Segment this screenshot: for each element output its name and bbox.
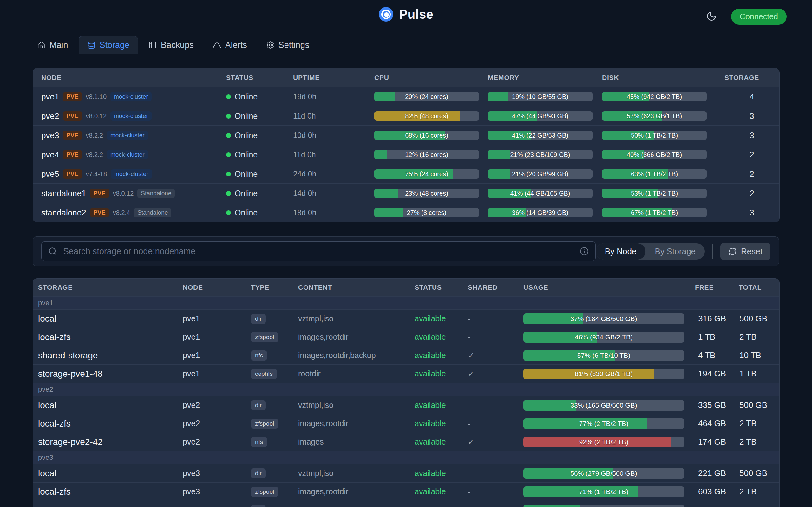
storage-status: available (415, 351, 468, 360)
node-row[interactable]: pve2PVEv8.0.12mock-clusterOnline11d 0h82… (33, 106, 779, 125)
memory-cell: 21% (20 GB/99 GB) (488, 169, 602, 179)
node-row[interactable]: standalone1PVEv8.0.12StandaloneOnline14d… (33, 183, 779, 203)
storage-table-body: pve1localpve1dirvztmpl,isoavailable-37% … (33, 296, 779, 507)
storage-content: vztmpl,iso (298, 314, 415, 323)
tab-alerts[interactable]: Alerts (204, 36, 256, 54)
type-badge: zfspool (251, 487, 278, 497)
pve-badge: PVE (63, 111, 82, 121)
node-name: standalone2 (41, 208, 86, 218)
storage-count: 2 (724, 188, 779, 199)
storage-row[interactable]: localpve2dirvztmpl,isoavailable-33% (165… (33, 396, 779, 414)
nodes-table: NODESTATUSUPTIMECPUMEMORYDISKSTORAGE pve… (33, 68, 780, 222)
column-header[interactable]: NODE (33, 74, 226, 81)
usage-bar: 68% (16 cores) (374, 130, 479, 140)
storage-name: local (33, 314, 183, 324)
storage-node: pve2 (183, 400, 251, 410)
column-header[interactable]: TYPE (251, 284, 298, 291)
cluster-badge: mock-cluster (110, 111, 152, 121)
total-value: 1 TB (739, 369, 779, 379)
usage-bar: 50% (1 TB/2 TB) (602, 130, 707, 140)
column-header[interactable]: MEMORY (488, 74, 602, 81)
search-input[interactable] (41, 241, 596, 261)
column-header[interactable]: FREE (695, 284, 739, 291)
storage-row[interactable]: storage-pve2-42pve2nfsimagesavailable✓92… (33, 433, 779, 451)
toggle-by-node[interactable]: By Node (596, 243, 646, 260)
storage-row[interactable]: localpve1dirvztmpl,isoavailable-37% (184… (33, 309, 779, 328)
node-row[interactable]: pve4PVEv8.2.2mock-clusterOnline11d 0h12%… (33, 145, 779, 164)
usage-bar-label: 82% (48 cores) (374, 111, 479, 121)
disk-cell: 40% (866 GB/2 TB) (602, 150, 724, 159)
storage-name: local-zfs (33, 332, 183, 342)
column-header[interactable]: USAGE (523, 284, 695, 291)
usage-bar: 82% (48 cores) (374, 111, 479, 121)
storage-node: pve1 (183, 369, 251, 378)
storage-row[interactable]: storage-pve1-48pve1cephfsrootdiravailabl… (33, 364, 779, 383)
cpu-cell: 27% (8 cores) (374, 208, 488, 217)
logo-dot (384, 12, 389, 17)
theme-toggle-button[interactable] (706, 11, 717, 21)
storage-row[interactable]: local-zfspve3zfspoolimages,rootdiravaila… (33, 482, 779, 501)
storage-row[interactable]: storage-pve3-20pve3dirbackupavailable-35… (33, 501, 779, 507)
usage-bar-label: 92% (2 TB/2 TB) (523, 437, 684, 447)
node-row[interactable]: pve5PVEv7.4-18mock-clusterOnline24d 0h75… (33, 164, 779, 183)
free-value: 603 GB (695, 487, 739, 497)
storage-row[interactable]: shared-storagepve1nfsimages,rootdir,back… (33, 346, 779, 364)
storage-group-header: pve2 (33, 383, 779, 396)
column-header[interactable]: SHARED (468, 284, 523, 291)
tab-storage[interactable]: Storage (79, 36, 138, 54)
memory-cell: 21% (23 GB/109 GB) (488, 150, 602, 159)
column-header[interactable]: UPTIME (293, 74, 374, 81)
storage-content: vztmpl,iso (298, 469, 415, 478)
tab-backups[interactable]: Backups (140, 36, 202, 54)
column-header[interactable]: STORAGE (33, 284, 183, 291)
reset-button[interactable]: Reset (720, 243, 770, 260)
uptime: 10d 0h (293, 131, 374, 140)
total-value: 2 TB (739, 332, 779, 342)
column-header[interactable]: TOTAL (739, 284, 779, 291)
node-row[interactable]: pve1PVEv8.1.10mock-clusterOnline19d 0h20… (33, 87, 779, 106)
storage-usage-cell: 71% (1 TB/2 TB) (523, 487, 695, 497)
node-row[interactable]: pve3PVEv8.2.2mock-clusterOnline10d 0h68%… (33, 125, 779, 145)
free-value: 464 GB (695, 418, 739, 429)
usage-bar: 41% (44 GB/105 GB) (488, 188, 593, 198)
column-header[interactable]: STATUS (415, 284, 468, 291)
tab-main[interactable]: Main (29, 36, 77, 54)
storage-name: local-zfs (33, 487, 183, 497)
shared-flag: - (468, 333, 523, 342)
usage-bar: 21% (23 GB/109 GB) (488, 150, 593, 159)
usage-bar-label: 36% (14 GB/39 GB) (488, 208, 593, 217)
storage-name: storage-pve3-20 (33, 505, 183, 507)
column-header[interactable]: CONTENT (298, 284, 415, 291)
storage-row[interactable]: local-zfspve1zfspoolimages,rootdiravaila… (33, 328, 779, 346)
column-header[interactable]: STORAGE (724, 74, 779, 81)
brand: Pulse (0, 7, 812, 21)
storage-table-header: STORAGENODETYPECONTENTSTATUSSHAREDUSAGEF… (33, 279, 779, 296)
node-name: standalone1 (41, 188, 86, 199)
app-header: Pulse Connected (0, 0, 812, 36)
node-row[interactable]: standalone2PVEv8.2.4StandaloneOnline18d … (33, 203, 779, 222)
column-header[interactable]: STATUS (226, 74, 293, 81)
node-version: v8.2.2 (86, 151, 103, 158)
shared-flag: - (468, 506, 523, 507)
storage-group-header: pve1 (33, 296, 779, 309)
pve-badge: PVE (63, 150, 82, 159)
usage-bar-label: 77% (2 TB/2 TB) (523, 418, 684, 429)
column-header[interactable]: CPU (374, 74, 488, 81)
usage-bar: 33% (165 GB/500 GB) (523, 400, 684, 411)
uptime: 19d 0h (293, 92, 374, 101)
total-value: 500 GB (739, 468, 779, 478)
info-icon[interactable] (580, 247, 589, 256)
column-header[interactable]: DISK (602, 74, 724, 81)
tab-settings[interactable]: Settings (258, 36, 318, 54)
column-header[interactable]: NODE (183, 284, 251, 291)
storage-status: available (415, 487, 468, 496)
storage-content: vztmpl,iso (298, 400, 415, 410)
storage-row[interactable]: localpve3dirvztmpl,isoavailable-56% (279… (33, 464, 779, 482)
storage-row[interactable]: local-zfspve2zfspoolimages,rootdiravaila… (33, 414, 779, 433)
online-dot (226, 114, 231, 118)
uptime: 14d 0h (293, 189, 374, 198)
toggle-by-storage[interactable]: By Storage (646, 243, 705, 260)
type-badge: dir (251, 505, 266, 507)
usage-bar-label: 56% (279 GB/500 GB) (523, 468, 684, 479)
status-text: Online (235, 189, 258, 198)
